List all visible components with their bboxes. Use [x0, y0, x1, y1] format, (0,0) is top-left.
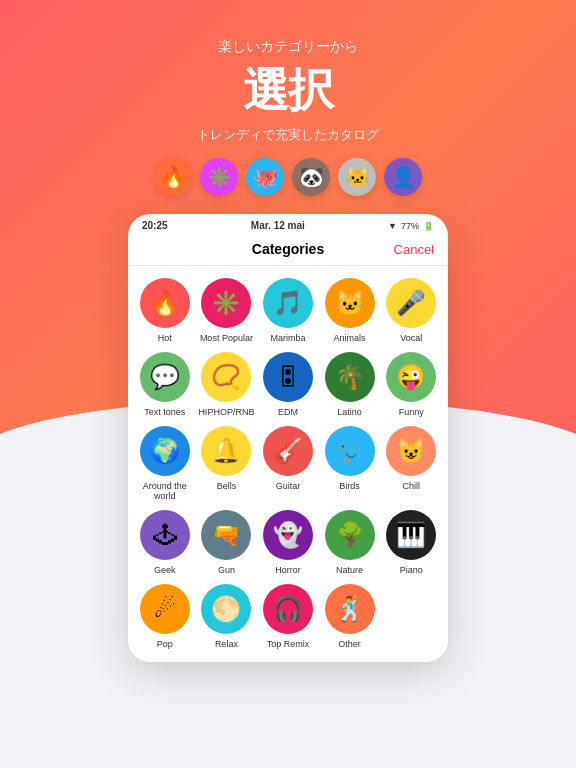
category-label: EDM	[278, 407, 298, 418]
cancel-button[interactable]: Cancel	[394, 242, 434, 257]
emoji-circle[interactable]: 🐼	[292, 158, 330, 196]
category-circle: 🔥	[140, 278, 190, 328]
category-label: Gun	[218, 565, 235, 576]
category-circle: 🔫	[201, 510, 251, 560]
emoji-circle[interactable]: 👤	[384, 158, 422, 196]
category-item[interactable]: 🌳Nature	[321, 510, 379, 576]
category-label: Birds	[339, 481, 360, 492]
category-item[interactable]: 💬Text tones	[136, 352, 194, 418]
category-item[interactable]: 🎹Piano	[382, 510, 440, 576]
category-circle: 😺	[386, 426, 436, 476]
category-label: Piano	[400, 565, 423, 576]
category-circle: 🐱	[325, 278, 375, 328]
category-circle: 🎧	[263, 584, 313, 634]
category-item[interactable]: 🎤Vocal	[382, 278, 440, 344]
category-label: Vocal	[400, 333, 422, 344]
category-label: Around the world	[136, 481, 194, 503]
category-item[interactable]: ✳️Most Popular	[198, 278, 256, 344]
category-item[interactable]: 😜Funny	[382, 352, 440, 418]
category-item[interactable]: 🌍Around the world	[136, 426, 194, 503]
status-date: Mar. 12 mai	[251, 220, 305, 231]
category-circle: 🕹	[140, 510, 190, 560]
category-item[interactable]: 🐱Animals	[321, 278, 379, 344]
category-circle: ✳️	[201, 278, 251, 328]
header-section: 楽しいカテゴリーから 選択 トレンディで充実したカタログ 🔥✳️🐙🐼🐱👤	[0, 0, 576, 196]
emoji-circle[interactable]: 🐱	[338, 158, 376, 196]
category-label: Guitar	[276, 481, 301, 492]
category-item[interactable]: 🔔Bells	[198, 426, 256, 503]
header-title: 選択	[0, 60, 576, 122]
category-label: Latino	[337, 407, 362, 418]
category-label: Chill	[402, 481, 420, 492]
category-circle: 🕺	[325, 584, 375, 634]
category-label: Marimba	[270, 333, 305, 344]
wifi-icon: ▼	[388, 221, 397, 231]
categories-grid: 🔥Hot✳️Most Popular🎵Marimba🐱Animals🎤Vocal…	[128, 266, 448, 662]
emoji-circle[interactable]: 🔥	[154, 158, 192, 196]
category-label: Text tones	[144, 407, 185, 418]
phone-header: Categories Cancel	[128, 235, 448, 266]
category-circle: 😜	[386, 352, 436, 402]
category-item[interactable]: 🎸Guitar	[259, 426, 317, 503]
category-label: Hot	[158, 333, 172, 344]
category-item[interactable]: 🐦Birds	[321, 426, 379, 503]
category-item[interactable]: 🎵Marimba	[259, 278, 317, 344]
category-item[interactable]: 🎛EDM	[259, 352, 317, 418]
category-item[interactable]: 🎧Top Remix	[259, 584, 317, 650]
category-label: HIPHOP/RNB	[198, 407, 254, 418]
category-circle: 🎵	[263, 278, 313, 328]
emoji-circle[interactable]: 🐙	[246, 158, 284, 196]
category-circle: 🌍	[140, 426, 190, 476]
category-circle: 🌳	[325, 510, 375, 560]
status-bar: 20:25 Mar. 12 mai ▼ 77% 🔋	[128, 214, 448, 235]
category-circle: 🔔	[201, 426, 251, 476]
category-circle: 🐦	[325, 426, 375, 476]
category-circle: 🎛	[263, 352, 313, 402]
category-label: Bells	[217, 481, 237, 492]
emoji-row: 🔥✳️🐙🐼🐱👤	[0, 158, 576, 196]
category-label: Animals	[334, 333, 366, 344]
category-circle: 🌕	[201, 584, 251, 634]
category-item[interactable]: 😺Chill	[382, 426, 440, 503]
category-circle: 🎹	[386, 510, 436, 560]
category-item[interactable]: 🕹Geek	[136, 510, 194, 576]
category-circle: ☄	[140, 584, 190, 634]
category-circle: 🌴	[325, 352, 375, 402]
header-subtitle: 楽しいカテゴリーから	[0, 38, 576, 56]
category-item[interactable]: 🔫Gun	[198, 510, 256, 576]
category-label: Pop	[157, 639, 173, 650]
category-circle: 🎤	[386, 278, 436, 328]
category-circle: 🎸	[263, 426, 313, 476]
category-item[interactable]: 🌕Relax	[198, 584, 256, 650]
status-time: 20:25	[142, 220, 168, 231]
category-item[interactable]: 🕺Other	[321, 584, 379, 650]
category-label: Relax	[215, 639, 238, 650]
category-label: Horror	[275, 565, 301, 576]
category-label: Other	[338, 639, 361, 650]
categories-title: Categories	[252, 241, 324, 257]
category-label: Nature	[336, 565, 363, 576]
category-item[interactable]: 🌴Latino	[321, 352, 379, 418]
category-circle: 📿	[201, 352, 251, 402]
category-label: Funny	[399, 407, 424, 418]
category-item[interactable]: 📿HIPHOP/RNB	[198, 352, 256, 418]
category-circle: 👻	[263, 510, 313, 560]
header-description: トレンディで充実したカタログ	[0, 126, 576, 144]
status-right: ▼ 77% 🔋	[388, 221, 434, 231]
battery-level: 77%	[401, 221, 419, 231]
category-item[interactable]: 🔥Hot	[136, 278, 194, 344]
category-label: Geek	[154, 565, 176, 576]
category-circle: 💬	[140, 352, 190, 402]
emoji-circle[interactable]: ✳️	[200, 158, 238, 196]
category-item[interactable]: ☄Pop	[136, 584, 194, 650]
category-item[interactable]: 👻Horror	[259, 510, 317, 576]
phone-mockup: 20:25 Mar. 12 mai ▼ 77% 🔋 Categories Can…	[128, 214, 448, 662]
category-label: Most Popular	[200, 333, 253, 344]
battery-icon: 🔋	[423, 221, 434, 231]
category-label: Top Remix	[267, 639, 310, 650]
